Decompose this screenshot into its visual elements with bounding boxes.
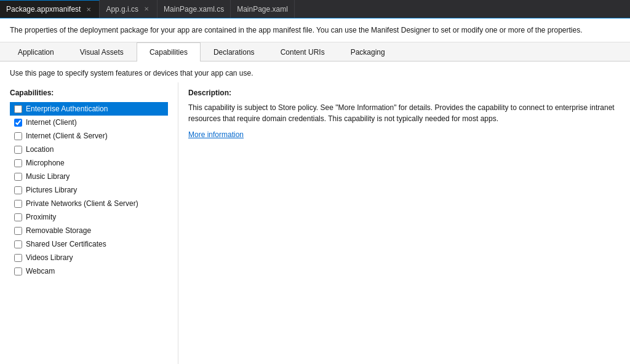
label-location: Location: [26, 145, 54, 154]
capability-internet-client[interactable]: Internet (Client): [10, 116, 168, 129]
capability-webcam[interactable]: Webcam: [10, 264, 168, 278]
capability-removable-storage[interactable]: Removable Storage: [10, 224, 168, 237]
capability-internet-client-server[interactable]: Internet (Client & Server): [10, 129, 168, 143]
nav-tab-content-uris[interactable]: Content URIs: [268, 42, 338, 61]
checkbox-videos-library[interactable]: [14, 254, 22, 262]
tab-close-app-gi-cs[interactable]: ✕: [142, 5, 151, 13]
label-videos-library: Videos Library: [26, 253, 73, 262]
capabilities-panel: Capabilities: Enterprise AuthenticationI…: [0, 82, 178, 364]
checkbox-internet-client[interactable]: [14, 119, 22, 127]
tab-mainpage-xaml[interactable]: MainPage.xaml: [231, 0, 295, 18]
content-area: Capabilities: Enterprise AuthenticationI…: [0, 82, 630, 364]
checkbox-webcam[interactable]: [14, 267, 22, 275]
nav-tabs: ApplicationVisual AssetsCapabilitiesDecl…: [0, 42, 630, 61]
label-private-networks: Private Networks (Client & Server): [26, 199, 138, 208]
capabilities-list: Enterprise AuthenticationInternet (Clien…: [10, 102, 168, 278]
label-webcam: Webcam: [26, 267, 55, 275]
tab-label-mainpage-xaml: MainPage.xaml: [237, 5, 288, 14]
capability-music-library[interactable]: Music Library: [10, 170, 168, 183]
checkbox-location[interactable]: [14, 146, 22, 154]
checkbox-internet-client-server[interactable]: [14, 132, 22, 140]
description-panel: Description: This capability is subject …: [178, 82, 630, 364]
label-pictures-library: Pictures Library: [26, 186, 77, 194]
checkbox-enterprise-auth[interactable]: [14, 105, 22, 113]
tab-label-package-manifest: Package.appxmanifest: [6, 5, 81, 14]
nav-tab-packaging[interactable]: Packaging: [338, 42, 398, 61]
capability-private-networks[interactable]: Private Networks (Client & Server): [10, 197, 168, 210]
tab-mainpage-xaml-cs[interactable]: MainPage.xaml.cs: [158, 0, 231, 18]
capability-proximity[interactable]: Proximity: [10, 210, 168, 224]
tab-label-mainpage-xaml-cs: MainPage.xaml.cs: [164, 5, 224, 14]
tab-package-manifest[interactable]: Package.appxmanifest✕: [0, 0, 100, 18]
tab-label-app-gi-cs: App.g.i.cs: [106, 5, 138, 14]
capability-pictures-library[interactable]: Pictures Library: [10, 183, 168, 197]
nav-tab-declarations[interactable]: Declarations: [201, 42, 268, 61]
info-bar-text: The properties of the deployment package…: [10, 26, 583, 34]
capability-shared-user-certs[interactable]: Shared User Certificates: [10, 237, 168, 251]
label-internet-client: Internet (Client): [26, 118, 77, 127]
nav-tab-capabilities[interactable]: Capabilities: [137, 42, 201, 61]
checkbox-private-networks[interactable]: [14, 200, 22, 208]
label-enterprise-auth: Enterprise Authentication: [26, 105, 108, 113]
nav-tab-visual-assets[interactable]: Visual Assets: [67, 42, 137, 61]
main-content: The properties of the deployment package…: [0, 18, 630, 364]
capability-videos-library[interactable]: Videos Library: [10, 251, 168, 264]
description-title: Description:: [188, 89, 620, 97]
tab-close-package-manifest[interactable]: ✕: [84, 6, 93, 14]
label-music-library: Music Library: [26, 172, 70, 181]
checkbox-microphone[interactable]: [14, 159, 22, 167]
capability-location[interactable]: Location: [10, 143, 168, 156]
checkbox-pictures-library[interactable]: [14, 186, 22, 194]
label-proximity: Proximity: [26, 213, 56, 221]
info-bar: The properties of the deployment package…: [0, 18, 630, 42]
checkbox-music-library[interactable]: [14, 173, 22, 181]
description-text: This capability is subject to Store poli…: [188, 102, 620, 124]
nav-tab-application[interactable]: Application: [5, 42, 67, 61]
checkbox-shared-user-certs[interactable]: [14, 240, 22, 248]
label-shared-user-certs: Shared User Certificates: [26, 240, 106, 248]
more-info-link[interactable]: More information: [188, 130, 244, 139]
checkbox-proximity[interactable]: [14, 213, 22, 221]
capabilities-title: Capabilities:: [10, 89, 168, 97]
capability-microphone[interactable]: Microphone: [10, 156, 168, 170]
label-microphone: Microphone: [26, 159, 65, 167]
page-description: Use this page to specify system features…: [0, 61, 630, 82]
label-internet-client-server: Internet (Client & Server): [26, 132, 108, 140]
checkbox-removable-storage[interactable]: [14, 227, 22, 235]
capability-enterprise-auth[interactable]: Enterprise Authentication: [10, 102, 168, 116]
label-removable-storage: Removable Storage: [26, 226, 91, 235]
tab-app-gi-cs[interactable]: App.g.i.cs✕: [100, 0, 158, 18]
tab-bar: Package.appxmanifest✕App.g.i.cs✕MainPage…: [0, 0, 630, 18]
